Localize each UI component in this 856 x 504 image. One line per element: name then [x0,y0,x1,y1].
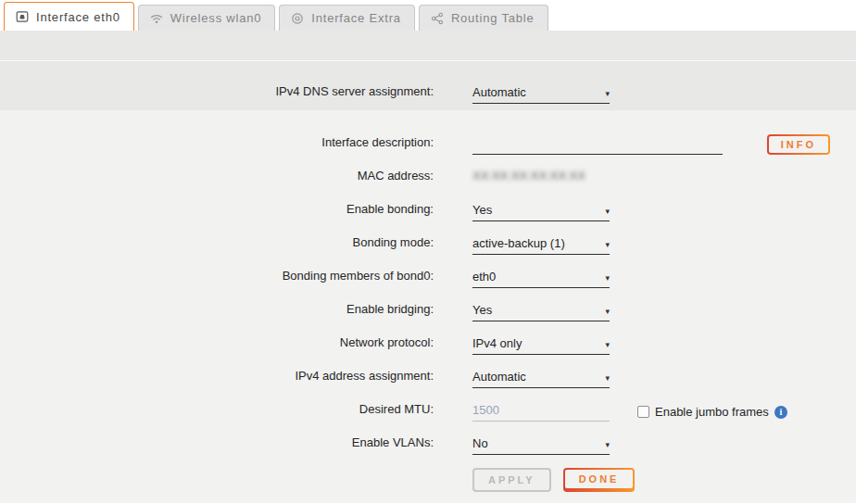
tab-label: Interface Extra [311,11,401,25]
mtu-label: Desired MTU: [0,402,434,422]
description-label: Interface description: [0,135,434,155]
tab-label: Interface eth0 [36,10,120,24]
tab-routing-table[interactable]: Routing Table [419,5,548,31]
mac-address-row: MAC address: XX:XX:XX:XX:XX:XX [0,155,856,188]
bonding-mode-row: Bonding mode: active-backup (1) ▾ [0,221,856,255]
jumbo-frames-group: Enable jumbo frames i [637,405,787,422]
description-input[interactable] [472,136,723,155]
mtu-input[interactable] [472,403,610,422]
enable-bridging-select[interactable]: Yes ▾ [472,303,610,321]
info-icon[interactable]: i [774,406,787,419]
bond-members-select[interactable]: eth0 ▾ [472,270,610,288]
chevron-down-icon: ▾ [605,273,610,283]
jumbo-frames-label: Enable jumbo frames [655,405,769,419]
share-network-icon [431,12,444,25]
select-value: No [472,436,488,450]
chevron-down-icon: ▾ [605,340,610,349]
chevron-down-icon: ▾ [605,307,610,316]
action-buttons: APPLY DONE [472,468,856,492]
mac-address-label: MAC address: [0,169,434,188]
select-value: Automatic [472,85,526,99]
apply-button[interactable]: APPLY [472,468,551,492]
dns-assignment-label: IPv4 DNS server assignment: [0,84,434,104]
tab-bar: Interface eth0 Wireless wlan0 Interface … [0,0,856,31]
enable-bridging-row: Enable bridging: Yes ▾ [0,288,856,321]
enable-vlans-select[interactable]: No ▾ [472,436,610,455]
tab-label: Routing Table [451,11,535,25]
select-value: Automatic [472,370,526,384]
network-protocol-label: Network protocol: [0,335,434,355]
dns-assignment-select[interactable]: Automatic ▾ [472,85,610,104]
enable-vlans-label: Enable VLANs: [0,435,434,455]
bond-members-row: Bonding members of bond0: eth0 ▾ [0,255,856,288]
dns-assignment-row: IPv4 DNS server assignment: Automatic ▾ [0,70,856,104]
tab-wireless-wlan0[interactable]: Wireless wlan0 [138,5,276,31]
mtu-row: Desired MTU: Enable jumbo frames i [0,388,856,422]
done-button[interactable]: DONE [563,468,636,492]
enable-bonding-row: Enable bonding: Yes ▾ [0,188,856,221]
description-row: Interface description: INFO [0,121,856,155]
enable-bridging-label: Enable bridging: [0,302,434,321]
top-spacer-band [0,31,856,60]
tab-label: Wireless wlan0 [170,11,262,25]
mac-address-redacted-value: XX:XX:XX:XX:XX:XX [472,169,585,188]
select-value: Yes [472,303,492,317]
bond-members-label: Bonding members of bond0: [0,269,434,288]
select-value: IPv4 only [472,336,522,350]
chevron-down-icon: ▾ [605,240,610,249]
info-button[interactable]: INFO [767,134,830,155]
chevron-down-icon: ▾ [605,373,610,383]
ethernet-port-icon [16,10,29,23]
select-value: Yes [472,203,492,217]
bonding-mode-label: Bonding mode: [0,235,434,255]
wifi-icon [150,12,163,25]
target-icon [291,12,304,25]
jumbo-frames-checkbox[interactable] [637,406,649,418]
tab-interface-eth0[interactable]: Interface eth0 [4,2,134,31]
ipv4-assignment-row: IPv4 address assignment: Automatic ▾ [0,355,856,388]
chevron-down-icon: ▾ [605,89,610,98]
enable-bonding-label: Enable bonding: [0,202,434,221]
interface-form: Interface description: INFO MAC address:… [0,110,856,503]
tab-interface-extra[interactable]: Interface Extra [279,5,415,31]
enable-bonding-select[interactable]: Yes ▾ [472,203,610,221]
ipv4-assignment-label: IPv4 address assignment: [0,369,434,388]
ipv4-assignment-select[interactable]: Automatic ▾ [472,370,610,388]
bonding-mode-select[interactable]: active-backup (1) ▾ [472,236,610,255]
select-value: active-backup (1) [472,236,565,250]
select-value: eth0 [472,270,496,284]
chevron-down-icon: ▾ [605,207,610,216]
network-protocol-select[interactable]: IPv4 only ▾ [472,336,610,355]
dns-section: IPv4 DNS server assignment: Automatic ▾ [0,61,856,110]
enable-vlans-row: Enable VLANs: No ▾ [0,422,856,455]
network-protocol-row: Network protocol: IPv4 only ▾ [0,321,856,355]
chevron-down-icon: ▾ [605,440,610,449]
